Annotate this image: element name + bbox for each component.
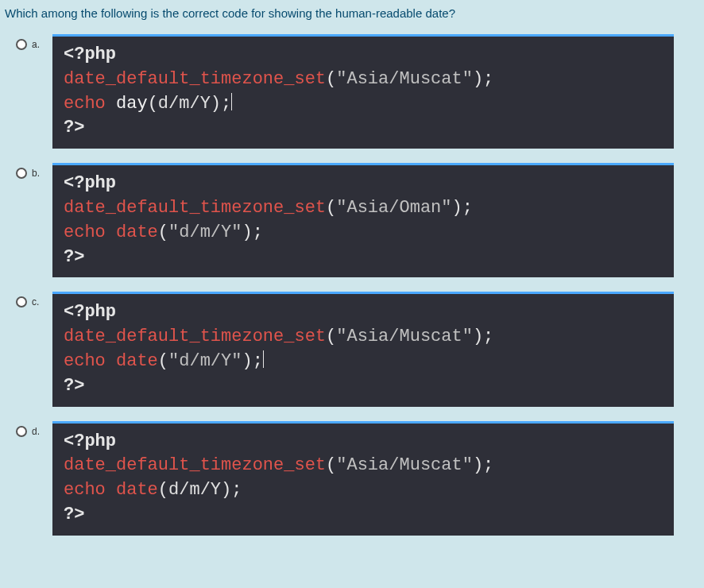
paren-close: ) <box>473 327 483 346</box>
question-text: Which among the following is the correct… <box>5 6 699 34</box>
paren-close: ) <box>473 455 483 475</box>
string-arg: "d/m/Y" <box>168 351 242 371</box>
option-c-radio[interactable] <box>16 296 27 308</box>
fn-name: date_default_timezone_set <box>64 455 326 475</box>
semicolon: ; <box>483 455 493 475</box>
paren-open: ( <box>158 222 168 242</box>
php-close-tag: ?> <box>64 118 84 137</box>
space <box>106 222 116 242</box>
paren-open: ( <box>158 480 168 500</box>
paren-open: ( <box>326 327 336 346</box>
semicolon: ; <box>231 480 242 500</box>
quiz-container: Which among the following is the correct… <box>0 0 704 551</box>
php-open-tag: <?php <box>64 44 116 64</box>
option-c-code: <?php date_default_timezone_set("Asia/Mu… <box>52 292 674 406</box>
option-c-letter: c. <box>32 296 39 308</box>
option-a: a. <?php date_default_timezone_set("Asia… <box>16 34 699 149</box>
fn-name: date_default_timezone_set <box>64 327 326 346</box>
option-a-letter: a. <box>32 39 40 50</box>
option-c: c. <?php date_default_timezone_set("Asia… <box>16 292 699 406</box>
paren-close: ) <box>242 222 252 242</box>
paren-close: ) <box>221 480 231 500</box>
string-arg: "Asia/Oman" <box>336 198 451 218</box>
arg: d/m/Y <box>168 480 221 500</box>
option-c-radio-col: c. <box>16 292 46 308</box>
php-open-tag: <?php <box>64 431 116 451</box>
paren-open: ( <box>148 94 158 114</box>
arg: d/m/Y <box>158 94 211 114</box>
fn-call: day <box>116 94 148 114</box>
text-cursor-icon <box>231 93 232 110</box>
paren-open: ( <box>326 69 336 89</box>
option-a-radio[interactable] <box>16 39 27 50</box>
option-b-code: <?php date_default_timezone_set("Asia/Om… <box>52 163 674 277</box>
string-arg: "Asia/Muscat" <box>336 69 473 89</box>
fn-name: date_default_timezone_set <box>64 69 326 89</box>
php-open-tag: <?php <box>64 302 116 322</box>
fn-call: date <box>116 480 158 500</box>
string-arg: "Asia/Muscat" <box>336 327 473 346</box>
space <box>106 351 116 371</box>
echo-kw: echo <box>64 480 106 500</box>
paren-close: ) <box>242 351 252 371</box>
fn-name: date_default_timezone_set <box>64 198 326 218</box>
fn-call: date <box>116 222 158 242</box>
space <box>106 94 116 114</box>
semicolon: ; <box>483 327 493 346</box>
php-close-tag: ?> <box>64 376 84 396</box>
option-b: b. <?php date_default_timezone_set("Asia… <box>16 163 699 277</box>
paren-open: ( <box>158 351 168 371</box>
option-d-radio-col: d. <box>16 421 46 437</box>
option-d-code: <?php date_default_timezone_set("Asia/Mu… <box>52 421 674 536</box>
semicolon: ; <box>253 351 263 371</box>
options-list: a. <?php date_default_timezone_set("Asia… <box>5 34 699 536</box>
semicolon: ; <box>483 69 493 89</box>
php-close-tag: ?> <box>64 505 84 524</box>
php-open-tag: <?php <box>64 173 116 193</box>
string-arg: "Asia/Muscat" <box>336 455 473 475</box>
semicolon: ; <box>253 222 263 242</box>
echo-kw: echo <box>64 351 106 371</box>
option-d: d. <?php date_default_timezone_set("Asia… <box>16 421 699 536</box>
paren-open: ( <box>326 198 336 218</box>
option-d-radio[interactable] <box>16 426 27 437</box>
string-arg: "d/m/Y" <box>168 222 242 242</box>
option-b-letter: b. <box>32 168 40 179</box>
paren-open: ( <box>326 455 336 475</box>
fn-call: date <box>116 351 158 371</box>
option-b-radio[interactable] <box>16 168 27 179</box>
semicolon: ; <box>462 198 473 218</box>
paren-close: ) <box>452 198 462 218</box>
paren-close: ) <box>473 69 483 89</box>
option-a-radio-col: a. <box>16 34 46 50</box>
semicolon: ; <box>221 94 231 114</box>
php-close-tag: ?> <box>64 247 84 267</box>
paren-close: ) <box>211 94 221 114</box>
text-cursor-icon <box>263 350 264 368</box>
echo-kw: echo <box>64 222 106 242</box>
space <box>106 480 116 500</box>
option-a-code: <?php date_default_timezone_set("Asia/Mu… <box>52 34 674 149</box>
echo-kw: echo <box>64 94 106 114</box>
option-d-letter: d. <box>32 426 40 437</box>
option-b-radio-col: b. <box>16 163 46 179</box>
